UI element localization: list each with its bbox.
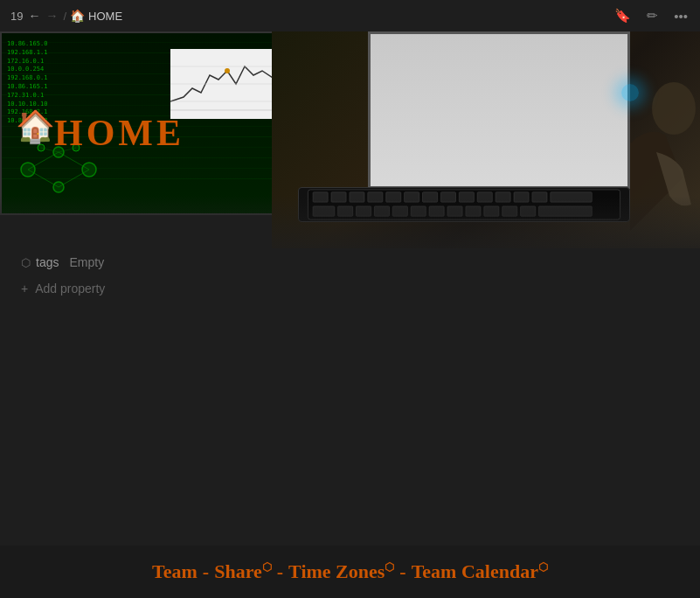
tags-row: ⬡ tags Empty — [17, 248, 683, 276]
big-monitor — [368, 31, 630, 189]
svg-line-6 — [28, 152, 59, 170]
bottom-sep-1: - — [203, 560, 209, 583]
hero-section: 10.86.165.0 192.168.1.1 172.16.0.1 10.0.… — [0, 31, 700, 248]
tag-icon: ⬡ — [21, 256, 31, 269]
calendar-external-icon: ⬡ — [538, 560, 548, 574]
edit-button[interactable]: ✏ — [645, 6, 660, 25]
hero-gradient — [0, 196, 700, 248]
add-property-icon: + — [21, 282, 28, 296]
svg-point-17 — [225, 68, 230, 73]
sub-monitor-chart — [170, 49, 275, 119]
bottom-link-calendar[interactable]: Team Calendar⬡ — [412, 560, 548, 583]
hero-home-text: HOME — [54, 112, 184, 154]
tags-value: Empty — [69, 255, 104, 269]
back-arrow[interactable]: ← — [28, 9, 40, 23]
bottom-sep-3: - — [399, 560, 405, 583]
more-button[interactable]: ••• — [672, 7, 690, 25]
add-property-label: Add property — [35, 282, 105, 296]
bottom-link-share[interactable]: Share⬡ — [214, 560, 272, 583]
svg-line-8 — [59, 152, 89, 170]
breadcrumb-home-label: HOME — [88, 10, 122, 23]
top-nav: 19 ← → / 🏠 HOME 🔖 ✏ ••• — [0, 0, 700, 31]
add-property-button[interactable]: + Add property — [17, 276, 683, 301]
share-external-icon: ⬡ — [262, 560, 272, 574]
tags-label: tags — [36, 255, 59, 269]
big-monitor-screen — [371, 34, 627, 186]
svg-line-9 — [59, 170, 89, 187]
forward-arrow[interactable]: → — [45, 9, 58, 23]
timezones-external-icon: ⬡ — [385, 560, 394, 574]
bottom-link-team[interactable]: Team — [152, 560, 198, 583]
breadcrumb: / 🏠 HOME — [63, 9, 122, 23]
svg-line-7 — [28, 170, 59, 187]
bottom-link-timezones[interactable]: Time Zones⬡ — [288, 560, 394, 583]
breadcrumb-slash: / — [63, 10, 66, 23]
bottom-bar: Team - Share⬡ - Time Zones⬡ - Team Calen… — [0, 546, 700, 598]
breadcrumb-home-icon: 🏠 — [70, 9, 85, 23]
bottom-sep-2: - — [277, 560, 283, 583]
nav-left: 19 ← → / 🏠 HOME — [10, 9, 122, 23]
glow-dot — [621, 84, 639, 101]
svg-point-46 — [652, 82, 696, 135]
hero-home-emoji: 🏠 — [16, 108, 55, 145]
nav-right: 🔖 ✏ ••• — [613, 6, 690, 25]
bookmark-button[interactable]: 🔖 — [613, 6, 633, 25]
content-area: ⬡ tags Empty + Add property — [0, 248, 700, 301]
page-number: 19 — [10, 10, 23, 23]
tags-icon-group: ⬡ tags — [21, 255, 59, 269]
